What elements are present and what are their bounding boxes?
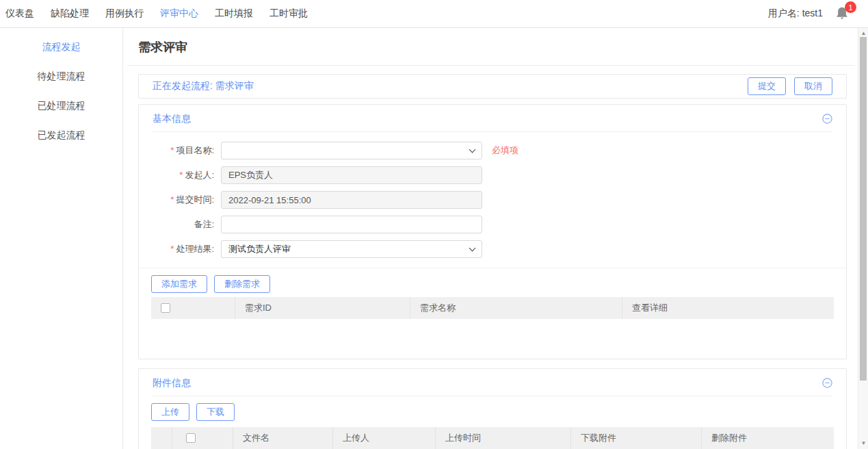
scroll-down-arrow-icon[interactable]: ▼	[858, 440, 868, 447]
required-asterisk: *	[179, 170, 183, 180]
scrollbar-thumb[interactable]	[860, 37, 867, 381]
required-note: 必填项	[492, 144, 518, 157]
download-button[interactable]: 下载	[196, 403, 235, 421]
header-cell-file-name: 文件名	[233, 427, 333, 449]
header-cell-delete-attachment: 删除附件	[702, 427, 834, 449]
sidebar-item-pending-processes[interactable]: 待处理流程	[0, 67, 122, 97]
add-requirement-button[interactable]: 添加需求	[151, 275, 207, 293]
header-cell-uploader: 上传人	[333, 427, 436, 449]
submit-button[interactable]: 提交	[748, 77, 786, 95]
header-cell-index	[151, 427, 172, 449]
requirement-table: 需求ID 需求名称 查看详细	[151, 297, 834, 346]
form-row-submit-time: *提交时间: 2022-09-21 15:55:00	[139, 191, 846, 209]
topnav-right: 用户名: test1 1	[768, 5, 850, 22]
nav-item-dashboard[interactable]: 仪表盘	[5, 8, 34, 20]
nav-item-review-center[interactable]: 评审中心	[160, 8, 198, 20]
header-cell-view-detail: 查看详细	[622, 297, 834, 319]
attachment-panel: 附件信息 上传 下载 文件名 上传人 上传时间 下载附件	[138, 368, 847, 449]
attachment-title: 附件信息	[153, 377, 191, 389]
requirement-table-body-empty	[151, 319, 834, 346]
attachment-actions: 上传 下载	[151, 403, 846, 421]
form-divider	[139, 268, 846, 268]
required-asterisk: *	[170, 145, 174, 155]
required-asterisk: *	[170, 194, 174, 205]
main-content: 需求评审 正在发起流程: 需求评审 提交 取消 基本信息 *项目名称:	[123, 28, 858, 449]
submit-time-field: 2022-09-21 15:55:00	[221, 191, 482, 209]
nav-item-case-execution[interactable]: 用例执行	[105, 8, 144, 20]
project-name-label: *项目名称:	[139, 144, 221, 157]
header-cell-download-attachment: 下载附件	[571, 427, 702, 449]
notification-bell[interactable]: 1	[835, 5, 850, 22]
attachment-table-header: 文件名 上传人 上传时间 下载附件 删除附件	[151, 427, 834, 449]
sidebar-item-initiated-processes[interactable]: 已发起流程	[0, 126, 122, 155]
top-nav: 仪表盘 缺陷处理 用例执行 评审中心 工时填报 工时审批 用户名: test1 …	[0, 0, 868, 28]
sidebar-item-handled-processes[interactable]: 已处理流程	[0, 97, 122, 126]
initiator-value: EPS负责人	[228, 169, 273, 181]
basic-info-title: 基本信息	[153, 113, 191, 125]
flow-banner-text: 正在发起流程: 需求评审	[153, 80, 254, 92]
form-row-remark: 备注:	[139, 216, 846, 233]
section-divider	[153, 396, 832, 396]
requirement-table-header: 需求ID 需求名称 查看详细	[151, 297, 834, 319]
basic-info-panel: 基本信息 *项目名称: 必填项 *发起人: EPS负责人	[138, 104, 847, 359]
form-row-project-name: *项目名称: 必填项	[139, 142, 846, 159]
form-row-initiator: *发起人: EPS负责人	[139, 166, 846, 184]
attachment-table: 文件名 上传人 上传时间 下载附件 删除附件	[151, 427, 834, 449]
handle-result-label: *处理结果:	[139, 243, 221, 255]
handle-result-value: 测试负责人评审	[228, 243, 291, 255]
nav-item-defect-handling[interactable]: 缺陷处理	[51, 8, 89, 20]
required-asterisk: *	[170, 244, 174, 254]
notification-badge: 1	[845, 1, 856, 13]
remark-label: 备注:	[139, 218, 221, 231]
sidebar-item-process-initiate[interactable]: 流程发起	[0, 38, 122, 67]
chevron-down-icon	[469, 146, 476, 153]
sidebar: 流程发起 待处理流程 已处理流程 已发起流程	[0, 28, 123, 449]
handle-result-select[interactable]: 测试负责人评审	[221, 240, 482, 258]
vertical-scrollbar[interactable]: ▲ ▼	[858, 28, 868, 449]
title-divider	[127, 65, 855, 66]
requirement-actions: 添加需求 删除需求	[151, 275, 846, 293]
username-label: 用户名: test1	[768, 8, 823, 20]
page-title: 需求评审	[138, 39, 187, 55]
collapse-basic-button[interactable]	[822, 114, 832, 124]
project-name-select[interactable]	[221, 142, 482, 159]
form-row-handle-result: *处理结果: 测试负责人评审	[139, 240, 846, 258]
banner-actions: 提交 取消	[748, 77, 832, 95]
initiator-field: EPS负责人	[221, 166, 482, 184]
remark-input[interactable]	[221, 216, 482, 233]
collapse-attachment-button[interactable]	[822, 378, 832, 388]
chevron-down-icon	[469, 244, 476, 251]
header-cell-upload-time: 上传时间	[436, 427, 571, 449]
nav-item-timesheet-fill[interactable]: 工时填报	[215, 8, 253, 20]
header-cell-checkbox	[172, 427, 233, 449]
section-divider	[153, 131, 832, 132]
cancel-button[interactable]: 取消	[794, 77, 832, 95]
submit-time-value: 2022-09-21 15:55:00	[228, 195, 311, 205]
basic-info-header: 基本信息	[139, 105, 846, 125]
upload-button[interactable]: 上传	[151, 403, 189, 421]
header-cell-checkbox	[151, 297, 235, 319]
flow-banner-panel: 正在发起流程: 需求评审 提交 取消	[138, 74, 847, 99]
header-cell-requirement-id: 需求ID	[235, 297, 410, 319]
attachment-header: 附件信息	[139, 369, 846, 389]
select-all-attachments-checkbox[interactable]	[186, 433, 196, 443]
nav-item-timesheet-approval[interactable]: 工时审批	[269, 8, 308, 20]
collapse-minus-icon	[822, 114, 832, 124]
collapse-minus-icon	[822, 378, 832, 388]
initiator-label: *发起人:	[139, 169, 221, 181]
delete-requirement-button[interactable]: 删除需求	[214, 275, 270, 293]
header-cell-requirement-name: 需求名称	[410, 297, 622, 319]
submit-time-label: *提交时间:	[139, 194, 221, 206]
scroll-up-arrow-icon[interactable]: ▲	[858, 30, 868, 37]
select-all-checkbox[interactable]	[161, 303, 170, 313]
